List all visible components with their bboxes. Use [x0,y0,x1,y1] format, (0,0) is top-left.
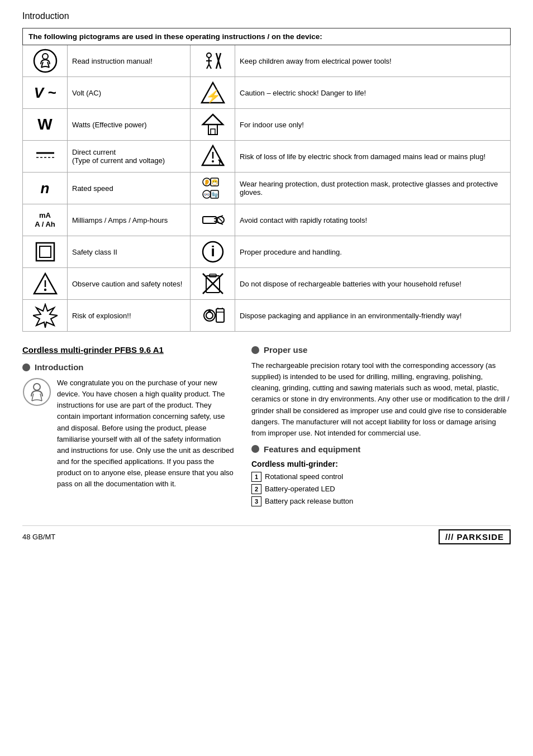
svg-line-5 [207,64,209,69]
keep-children-away-text: Keep children away from electrical power… [235,45,511,77]
explosion-text: Risk of explosion!! [68,300,191,332]
svg-rect-49 [216,309,224,322]
page-number: 48 GB/MT [22,533,55,541]
table-row: Direct current(Type of current and volta… [23,141,511,173]
item-num-3: 3 [251,496,261,506]
proper-use-heading: Proper use [251,345,511,355]
table-row: Read instruction manual! Keep children a… [23,45,511,77]
svg-text:👂: 👂 [203,179,211,186]
safety-class-icon [27,240,63,264]
product-title: Cordless multi-grinder PFBS 9.6 A1 [22,345,235,355]
volt-ac-icon: V ~ [27,85,63,100]
table-row: Risk of explosion!! Dispose packaging an… [23,300,511,332]
item-text-1: Rotational speed control [265,472,343,481]
svg-marker-46 [33,304,58,328]
caution-notes-text: Observe caution and safety notes! [68,268,191,300]
electric-shock-mains-icon [195,144,230,169]
svg-rect-36 [40,246,51,257]
intro-content: We congratulate you on the purchase of y… [22,377,235,490]
left-column: Cordless multi-grinder PFBS 9.6 A1 Intro… [22,345,235,509]
item-text-2: Battery-operated LED [265,485,335,493]
caution-electric-shock-icon: ⚡ [195,80,230,105]
table-row: mAA / Ah Milliamps / Amps / Amp-hours Av… [23,204,511,236]
eco-dispose-icon [195,303,230,328]
right-column: Proper use The rechargeable precision ro… [251,345,511,509]
features-subheading: Cordless multi-grinder: [251,460,511,468]
direct-current-text: Direct current(Type of current and volta… [68,141,191,173]
volt-ac-text: Volt (AC) [68,77,191,109]
read-manual-icon [27,49,63,73]
milliamps-icon: mAA / Ah [27,211,63,228]
svg-text:😷: 😷 [211,179,218,186]
bullet-dot-3 [251,445,259,453]
list-item: 3 Battery pack release button [251,496,511,506]
rated-speed-icon: n [27,181,63,195]
svg-point-53 [23,379,50,405]
svg-line-34 [219,218,222,222]
no-dispose-batteries-text: Do not dispose of rechargeable batteries… [235,268,511,300]
pictogram-table: The following pictograms are used in the… [22,28,511,332]
keep-children-away-icon [195,49,230,73]
caution-notes-icon [27,271,63,296]
hearing-protection-icon: 👂 😷 👓 🧤 [195,176,230,200]
intro-first-para: We congratulate you on the purchase of y… [57,377,235,490]
table-row: W Watts (Effective power) For indoor use… [23,109,511,141]
list-item: 2 Battery-operated LED [251,484,511,494]
introduction-heading: Introduction [22,362,235,372]
svg-text:🧤: 🧤 [211,191,218,198]
svg-text:👓: 👓 [203,191,211,198]
main-content: Cordless multi-grinder PFBS 9.6 A1 Intro… [22,345,511,509]
explosion-icon [27,303,63,328]
svg-rect-35 [36,243,54,261]
eco-dispose-text: Dispose packaging and appliance in an en… [235,300,511,332]
proper-procedure-icon: i [195,240,230,264]
electric-shock-mains-text: Risk of loss of life by electric shock f… [235,141,511,173]
hearing-protection-text: Wear hearing protection, dust protection… [235,173,511,204]
item-num-1: 1 [251,472,261,482]
direct-current-icon [27,144,63,169]
item-num-2: 2 [251,484,261,494]
svg-text:⚡: ⚡ [205,89,221,104]
svg-rect-13 [211,129,215,135]
table-row: Observe caution and safety notes! Do not… [23,268,511,300]
watts-text: Watts (Effective power) [68,109,191,141]
rotating-tools-icon [195,208,230,232]
page-header: Introduction [22,11,511,21]
proper-use-text: The rechargeable precision rotary tool w… [251,360,511,439]
features-heading: Features and equipment [251,444,511,454]
svg-point-54 [34,384,40,390]
proper-procedure-text: Proper procedure and handling. [235,236,511,268]
table-row: Safety class II i Proper procedure and h… [23,236,511,268]
milliamps-text: Milliamps / Amps / Amp-hours [68,204,191,236]
svg-rect-30 [203,217,216,223]
svg-point-1 [42,54,48,59]
bullet-dot-2 [251,346,259,354]
no-dispose-batteries-icon [195,271,230,296]
list-item: 1 Rotational speed control [251,472,511,482]
page-footer: 48 GB/MT /// PARKSIDE [22,525,511,544]
bullet-dot [22,363,30,371]
table-header: The following pictograms are used in the… [23,28,511,45]
svg-point-2 [207,53,211,58]
watts-icon: W [27,117,63,132]
svg-rect-12 [208,125,217,135]
indoor-use-text: For indoor use only! [235,109,511,141]
svg-point-18 [212,160,214,162]
svg-text:i: i [211,243,215,260]
read-manual-text: Read instruction manual! [68,45,191,77]
rated-speed-text: Rated speed [68,173,191,204]
parkside-logo: /// PARKSIDE [439,529,511,544]
intro-icon [22,377,51,406]
svg-line-6 [209,64,211,69]
svg-marker-11 [203,114,223,125]
safety-class-text: Safety class II [68,236,191,268]
item-text-3: Battery pack release button [265,497,353,505]
features-list: 1 Rotational speed control 2 Battery-ope… [251,472,511,506]
rotating-tools-text: Avoid contact with rapidly rotating tool… [235,204,511,236]
indoor-use-icon [195,112,230,137]
table-row: n Rated speed 👂 😷 👓 🧤 [23,173,511,204]
caution-electric-shock-text: Caution – electric shock! Danger to life… [235,77,511,109]
table-row: V ~ Volt (AC) ⚡ Caution – electric shock… [23,77,511,109]
svg-point-41 [44,289,46,291]
